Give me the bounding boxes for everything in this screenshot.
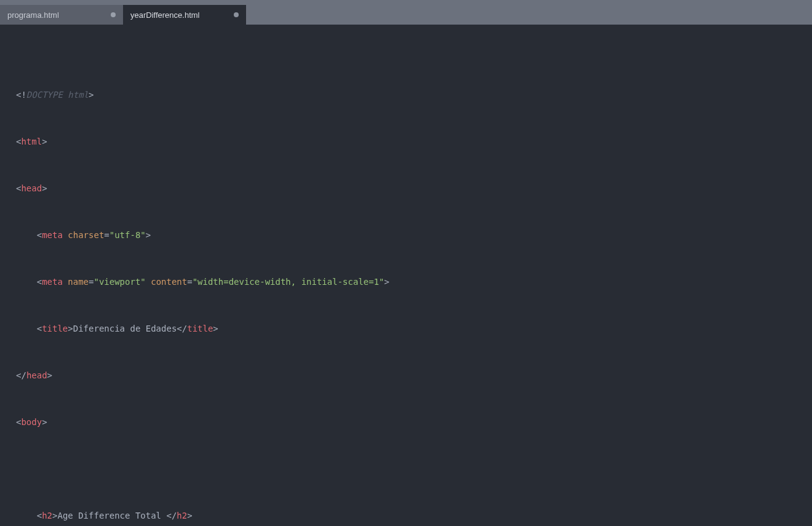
code-line: <meta name="viewport" content="width=dev… — [5, 276, 812, 288]
code-line: <!DOCTYPE html> — [5, 89, 812, 101]
code-line: <title>Diferencia de Edades</title> — [5, 323, 812, 335]
window-titlebar — [0, 0, 812, 5]
tab-label: programa.html — [7, 10, 59, 20]
code-line — [5, 463, 812, 475]
code-line: <body> — [5, 416, 812, 428]
tab-programa[interactable]: programa.html — [0, 5, 123, 25]
editor-window: programa.html yearDifference.html <!DOCT… — [0, 0, 812, 526]
code-line: <h2>Age Difference Total </h2> — [5, 510, 812, 522]
tab-bar: programa.html yearDifference.html — [0, 5, 812, 25]
modified-dot-icon — [234, 12, 239, 17]
code-line: </head> — [5, 370, 812, 381]
code-line: <meta charset="utf-8"> — [5, 229, 812, 241]
code-line: <html> — [5, 136, 812, 148]
tab-label: yearDifference.html — [130, 10, 199, 20]
tab-bar-empty — [246, 5, 812, 25]
modified-dot-icon — [111, 12, 116, 17]
code-line: <head> — [5, 183, 812, 194]
tab-yeardifference[interactable]: yearDifference.html — [123, 5, 246, 25]
code-editor[interactable]: <!DOCTYPE html> <html> <head> <meta char… — [0, 25, 812, 526]
gutter — [0, 25, 4, 526]
